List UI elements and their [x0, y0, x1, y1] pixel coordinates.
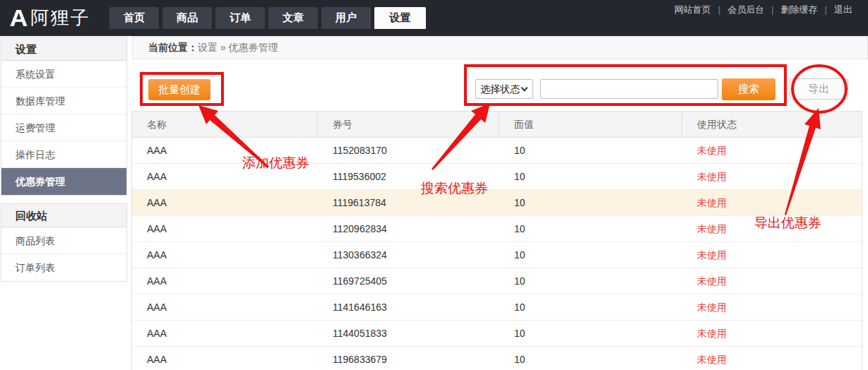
coupon-table: 名称 券号 面值 使用状态 AAA 1152083170 10 未使用 AAA … [131, 111, 862, 370]
quick-link[interactable]: 退出 [818, 4, 852, 16]
nav-tab-label: 设置 [390, 11, 411, 25]
cell-name: AAA [132, 268, 318, 294]
quick-links: 网站首页 会员后台 删除缓存 退出 [674, 4, 852, 16]
cell-value: 10 [499, 321, 682, 346]
cell-name: AAA [132, 216, 318, 241]
batch-create-button[interactable]: 批量创建 [148, 79, 210, 100]
cell-name: AAA [132, 321, 318, 346]
cell-name: AAA [132, 164, 318, 189]
table-row: AAA 1119536002 10 未使用 [132, 164, 862, 190]
column-header-code: 券号 [318, 112, 499, 137]
cell-name: AAA [132, 242, 318, 268]
table-row: AAA 1119613784 10 未使用 [132, 190, 862, 216]
cell-value: 10 [499, 164, 682, 189]
cell-value: 10 [499, 268, 682, 294]
cell-name: AAA [132, 138, 318, 163]
sidebar-settings-items: 系统设置 数据库管理 运费管理 操作日志 优惠券管理 [1, 61, 126, 195]
cell-code: 1141646163 [318, 294, 499, 320]
breadcrumb: 当前位置：设置 » 优惠券管理 [132, 36, 868, 59]
cell-value: 10 [499, 216, 682, 241]
sidebar-item[interactable]: 数据库管理 [1, 88, 126, 114]
breadcrumb-path: 设置 » 优惠券管理 [198, 42, 278, 53]
table-row: AAA 1130366324 10 未使用 [132, 242, 862, 268]
cell-code: 1144051833 [318, 321, 499, 346]
quick-link[interactable]: 会员后台 [711, 4, 764, 16]
sidebar-item[interactable]: 系统设置 [1, 61, 126, 88]
cell-code: 1196833679 [318, 347, 499, 370]
cell-status: 未使用 [682, 347, 862, 370]
cell-status: 未使用 [682, 216, 862, 241]
breadcrumb-prefix: 当前位置： [148, 42, 198, 53]
sidebar-section-title: 回收站 [1, 204, 126, 227]
sidebar-item[interactable]: 操作日志 [1, 141, 126, 168]
cell-status: 未使用 [682, 138, 862, 163]
nav-tab-label: 订单 [230, 11, 251, 25]
sidebar-item-label: 运费管理 [16, 122, 55, 133]
cell-status: 未使用 [682, 321, 862, 346]
column-header-value: 面值 [499, 112, 682, 137]
cell-code: 1119613784 [318, 190, 499, 215]
cell-value: 10 [499, 138, 682, 163]
cell-code: 1152083170 [318, 138, 499, 163]
sidebar-item-label: 操作日志 [16, 149, 55, 160]
main-nav: 首页 商品 订单 文章 用户 设置 [109, 7, 429, 29]
table-row: AAA 1196833679 10 未使用 [132, 347, 862, 370]
table-row: AAA 1152083170 10 未使用 [132, 138, 862, 164]
status-select-wrap: 选择状态 [475, 79, 533, 99]
sidebar-item[interactable]: 商品列表 [1, 227, 126, 254]
cell-status: 未使用 [682, 242, 862, 268]
cell-value: 10 [499, 242, 682, 268]
search-input[interactable] [540, 79, 718, 99]
sidebar-item-label: 商品列表 [16, 235, 55, 246]
nav-tab-label: 首页 [124, 11, 145, 25]
nav-tab[interactable]: 文章 [268, 7, 318, 29]
cell-code: 1119536002 [318, 164, 499, 189]
cell-value: 10 [499, 190, 682, 215]
nav-tab[interactable]: 订单 [215, 7, 265, 29]
nav-tab[interactable]: 设置 [374, 7, 426, 29]
sidebar-item[interactable]: 订单列表 [1, 254, 126, 281]
cell-status: 未使用 [682, 268, 862, 294]
sidebar-item-label: 订单列表 [16, 262, 55, 273]
cell-code: 1169725405 [318, 268, 499, 294]
cell-status: 未使用 [682, 294, 862, 320]
nav-tab-label: 文章 [283, 11, 304, 25]
logo-text: 阿狸子 [31, 6, 90, 30]
logo-icon: A [9, 4, 26, 31]
nav-tab-label: 用户 [335, 11, 357, 25]
cell-value: 10 [499, 294, 682, 320]
sidebar-recycle-items: 商品列表 订单列表 [1, 227, 126, 281]
quick-link[interactable]: 网站首页 [674, 4, 711, 16]
top-header: A 阿狸子 首页 商品 订单 文章 [0, 0, 868, 36]
sidebar-item-label: 系统设置 [16, 68, 55, 80]
sidebar-item-label: 优惠券管理 [16, 176, 65, 187]
table-row: AAA 1169725405 10 未使用 [132, 268, 862, 294]
table-body: AAA 1152083170 10 未使用 AAA 1119536002 10 … [132, 138, 862, 370]
sidebar-item[interactable]: 优惠券管理 [1, 168, 126, 195]
nav-tab-label: 商品 [177, 11, 198, 25]
cell-code: 1130366324 [318, 242, 499, 268]
table-header: 名称 券号 面值 使用状态 [132, 112, 862, 138]
sidebar-item[interactable]: 运费管理 [1, 114, 126, 141]
cell-name: AAA [132, 294, 318, 320]
sidebar-settings-section: 设置 系统设置 数据库管理 运费管理 操作日志 [1, 37, 127, 196]
status-select[interactable]: 选择状态 [475, 79, 533, 99]
cell-name: AAA [132, 190, 318, 215]
cell-code: 1120962834 [318, 216, 499, 241]
column-header-name: 名称 [132, 112, 318, 137]
quick-link[interactable]: 删除缓存 [764, 4, 817, 16]
coupon-management-page: A 阿狸子 首页 商品 订单 文章 [0, 0, 868, 370]
table-row: AAA 1144051833 10 未使用 [132, 321, 862, 347]
table-row: AAA 1120962834 10 未使用 [132, 216, 862, 242]
cell-status: 未使用 [682, 190, 862, 215]
nav-tab[interactable]: 首页 [109, 7, 159, 29]
cell-value: 10 [499, 347, 682, 370]
sidebar-section-title: 设置 [1, 37, 126, 61]
export-button[interactable]: 导出 [790, 78, 848, 100]
search-button[interactable]: 搜索 [722, 78, 775, 100]
nav-tab[interactable]: 用户 [321, 7, 371, 29]
cell-status: 未使用 [682, 164, 862, 189]
nav-tab[interactable]: 商品 [162, 7, 212, 29]
sidebar-item-label: 数据库管理 [16, 95, 65, 107]
logo-link[interactable]: A 阿狸子 [10, 4, 90, 31]
